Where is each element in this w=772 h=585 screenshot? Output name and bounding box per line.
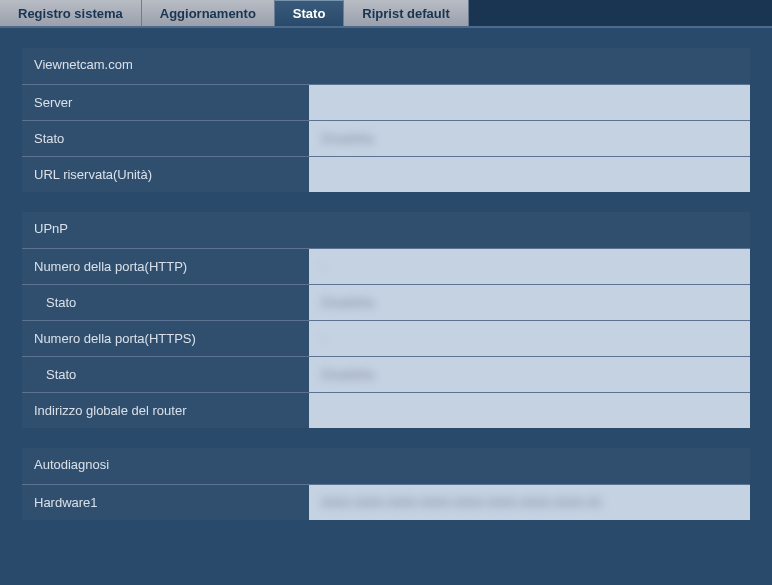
content-area: Viewnetcam.com Server Stato Disabilita U… — [0, 28, 772, 560]
label-http-stato: Stato — [22, 285, 309, 320]
row-url-riservata: URL riservata(Unità) — [22, 156, 750, 192]
value-stato-vnc: Disabilita — [309, 121, 750, 156]
tab-spacer — [469, 0, 772, 26]
value-http-stato: Disabilita — [309, 285, 750, 320]
row-server: Server — [22, 84, 750, 120]
row-router-addr: Indirizzo globale del router — [22, 392, 750, 428]
label-http-port: Numero della porta(HTTP) — [22, 249, 309, 284]
section-autodiagnosi: Autodiagnosi Hardware1 0000-0000-0000-00… — [22, 448, 750, 520]
row-https-port: Numero della porta(HTTPS) - — [22, 320, 750, 356]
row-http-stato: Stato Disabilita — [22, 284, 750, 320]
value-url-riservata — [309, 157, 750, 192]
tab-stato[interactable]: Stato — [275, 0, 345, 26]
section-header-upnp: UPnP — [22, 212, 750, 248]
section-header-viewnetcam: Viewnetcam.com — [22, 48, 750, 84]
row-stato-vnc: Stato Disabilita — [22, 120, 750, 156]
label-url-riservata: URL riservata(Unità) — [22, 157, 309, 192]
value-https-port: - — [309, 321, 750, 356]
section-header-autodiagnosi: Autodiagnosi — [22, 448, 750, 484]
section-viewnetcam: Viewnetcam.com Server Stato Disabilita U… — [22, 48, 750, 192]
row-http-port: Numero della porta(HTTP) - — [22, 248, 750, 284]
value-http-port: - — [309, 249, 750, 284]
tab-aggiornamento[interactable]: Aggiornamento — [142, 0, 275, 26]
label-https-port: Numero della porta(HTTPS) — [22, 321, 309, 356]
value-router-addr — [309, 393, 750, 428]
label-server: Server — [22, 85, 309, 120]
label-stato-vnc: Stato — [22, 121, 309, 156]
label-hardware1: Hardware1 — [22, 485, 309, 520]
label-https-stato: Stato — [22, 357, 309, 392]
tab-registro-sistema[interactable]: Registro sistema — [0, 0, 142, 26]
value-server — [309, 85, 750, 120]
tab-riprist-default[interactable]: Riprist default — [344, 0, 468, 26]
tab-bar: Registro sistema Aggiornamento Stato Rip… — [0, 0, 772, 28]
row-https-stato: Stato Disabilita — [22, 356, 750, 392]
row-hardware1: Hardware1 0000-0000-0000-0000-0000-0000-… — [22, 484, 750, 520]
value-https-stato: Disabilita — [309, 357, 750, 392]
label-router-addr: Indirizzo globale del router — [22, 393, 309, 428]
value-hardware1: 0000-0000-0000-0000-0000-0000-0000-0000-… — [309, 485, 750, 520]
section-upnp: UPnP Numero della porta(HTTP) - Stato Di… — [22, 212, 750, 428]
